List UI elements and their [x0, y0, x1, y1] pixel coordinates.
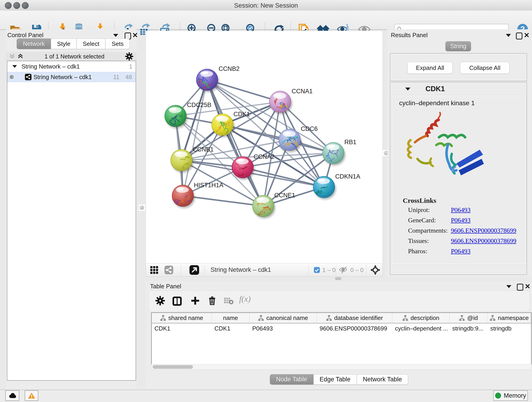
- network-edge-count: 48: [125, 74, 132, 81]
- network-options-gear-icon[interactable]: [125, 52, 133, 61]
- window-title: Session: New Session: [0, 2, 532, 9]
- tab-node-table[interactable]: Node Table: [270, 374, 313, 385]
- control-panel-menu-icon[interactable]: [113, 34, 118, 37]
- window-titlebar: Session: New Session: [0, 0, 532, 11]
- grid-view-icon[interactable]: [150, 266, 158, 274]
- network-node-CDKN1A[interactable]: CDKN1A: [313, 173, 360, 199]
- crosslinks-list: Uniprot:P06493GeneCard:P06493Compartment…: [392, 206, 526, 258]
- gene-collapse-icon[interactable]: [405, 88, 410, 90]
- results-panel-close-icon[interactable]: ✕: [524, 31, 530, 39]
- tab-edge-table[interactable]: Edge Table: [313, 374, 357, 385]
- node-label-CCNA1: CCNA1: [292, 88, 313, 95]
- cloud-status-button[interactable]: [5, 390, 19, 401]
- table-cell[interactable]: stringdb: [488, 323, 531, 333]
- table-cell[interactable]: P06493: [249, 323, 317, 333]
- tab-string[interactable]: String: [445, 41, 471, 51]
- network-selector-bar: 1 of 1 Network selected: [6, 52, 137, 61]
- scrollbar-thumb[interactable]: [152, 365, 193, 369]
- expand-all-icon[interactable]: [17, 53, 24, 60]
- memory-button[interactable]: Memory: [493, 390, 528, 401]
- node-label-CCNE1: CCNE1: [274, 192, 295, 199]
- control-panel-title: Control Panel: [7, 32, 44, 39]
- table-panel-close-icon[interactable]: ✕: [525, 282, 530, 290]
- crosslink-row: Compartments:9606.ENSP00000378699: [392, 227, 526, 237]
- tab-style[interactable]: Style: [51, 38, 76, 49]
- table-cell[interactable]: stringdb:9...: [450, 323, 488, 333]
- show-columns-icon[interactable]: [172, 296, 182, 306]
- tab-sets[interactable]: Sets: [105, 38, 130, 49]
- table-cell[interactable]: CDK1: [152, 323, 212, 333]
- birds-eye-view-icon[interactable]: [189, 265, 199, 275]
- collapse-all-icon[interactable]: [9, 53, 16, 60]
- network-collection-row[interactable]: String Network – cdk1 1: [7, 61, 136, 72]
- tab-network-table[interactable]: Network Table: [357, 374, 408, 385]
- table-cell[interactable]: CDK1: [212, 323, 249, 333]
- column-header-canonical-name[interactable]: canonical name: [249, 313, 317, 323]
- network-row[interactable]: String Network – cdk1 11 48: [7, 72, 136, 82]
- gene-entry-header[interactable]: CDK1: [390, 85, 526, 93]
- tab-network[interactable]: Network: [17, 38, 51, 49]
- network-view-toolbar: String Network – cdk1 1 – 0 0 – 0: [146, 263, 383, 277]
- table-settings-gear-icon[interactable]: [155, 296, 165, 306]
- network-node-HIST1H1A[interactable]: HIST1H1A: [172, 182, 223, 208]
- gene-name: CDK1: [425, 85, 445, 93]
- crosslink-link[interactable]: P06493: [451, 248, 471, 255]
- column-type-icon: [258, 315, 264, 321]
- column-header-name[interactable]: name: [212, 313, 249, 323]
- collection-count: 1: [129, 63, 133, 70]
- column-type-icon: [402, 315, 408, 321]
- node-table[interactable]: shared namenamecanonical namedatabase id…: [151, 313, 532, 370]
- collapse-all-button[interactable]: Collapse All: [460, 62, 510, 74]
- network-node-CCNA1[interactable]: CCNA1: [269, 88, 313, 114]
- toolbar-separator: [366, 265, 366, 275]
- memory-label: Memory: [504, 392, 526, 399]
- expand-all-button[interactable]: Expand All: [407, 62, 453, 74]
- tab-select[interactable]: Select: [76, 38, 105, 49]
- gene-entry-content: cyclin–dependent kinase 1: [392, 95, 526, 264]
- network-edge-HIST1H1A-CCNE1[interactable]: [183, 196, 263, 206]
- crosslink-link[interactable]: 9606.ENSP00000378699: [451, 227, 516, 234]
- table-toolbar: f(x): [148, 291, 530, 312]
- results-buttons-box: Expand All Collapse All: [390, 53, 527, 81]
- table-data-row[interactable]: CDK1CDK1P064939606.ENSP00000378699cyclin…: [152, 323, 531, 333]
- results-panel-menu-icon[interactable]: [506, 34, 511, 37]
- crosslink-link[interactable]: P06493: [451, 206, 471, 214]
- crosslink-link[interactable]: P06493: [451, 217, 471, 224]
- column-label: name: [223, 314, 238, 322]
- add-column-icon[interactable]: [190, 296, 200, 306]
- warnings-button[interactable]: [25, 390, 38, 401]
- table-horizontal-scrollbar[interactable]: [151, 364, 532, 370]
- share-view-icon[interactable]: [164, 265, 173, 274]
- collection-expand-icon[interactable]: [12, 65, 17, 68]
- table-tabs: Node TableEdge TableNetwork Table: [270, 374, 408, 385]
- control-panel-close-icon[interactable]: ✕: [132, 31, 138, 39]
- results-panel-float-icon[interactable]: [516, 32, 522, 39]
- collection-label: String Network – cdk1: [22, 63, 80, 70]
- table-header-row: shared namenamecanonical namedatabase id…: [152, 313, 531, 323]
- table-cell[interactable]: cyclin–dependent ...: [392, 323, 450, 333]
- crosslink-link[interactable]: 9606.ENSP00000378699: [451, 237, 516, 245]
- crosslink-label: Tissues:: [408, 237, 429, 245]
- column-header-@id[interactable]: @id: [450, 313, 488, 323]
- crosslink-label: Uniprot:: [408, 206, 430, 214]
- table-panel-float-icon[interactable]: [517, 284, 523, 291]
- column-header-shared-name[interactable]: shared name: [152, 313, 212, 323]
- table-panel-menu-icon[interactable]: [506, 285, 511, 288]
- network-canvas[interactable]: CCNB2CCNA1CDC25BCDK1CDC6RB1CCNB1CCNA2CDK…: [146, 31, 383, 264]
- network-node-RB1[interactable]: RB1: [323, 139, 356, 166]
- crosslink-label: Pharos:: [408, 248, 427, 255]
- results-panel: Results Panel ✕ String Expand All Collap…: [387, 29, 532, 277]
- column-header-namespace[interactable]: namespace: [488, 313, 531, 323]
- column-header-database-identifier[interactable]: database identifier: [317, 313, 392, 323]
- column-header-description[interactable]: description: [392, 313, 450, 323]
- horizontal-splitter-handle[interactable]: [335, 277, 341, 280]
- function-builder-button: f(x): [239, 294, 251, 304]
- table-cell[interactable]: 9606.ENSP00000378699: [317, 323, 392, 333]
- network-graph[interactable]: CCNB2CCNA1CDC25BCDK1CDC6RB1CCNB1CCNA2CDK…: [146, 31, 382, 263]
- delete-column-trash-icon[interactable]: [207, 296, 217, 306]
- fit-content-crosshair-icon[interactable]: [370, 265, 380, 275]
- column-type-icon: [490, 315, 496, 321]
- column-type-icon: [459, 315, 465, 321]
- left-splitter-handle[interactable]: [138, 204, 146, 211]
- hidden-elements-icon: [339, 266, 348, 274]
